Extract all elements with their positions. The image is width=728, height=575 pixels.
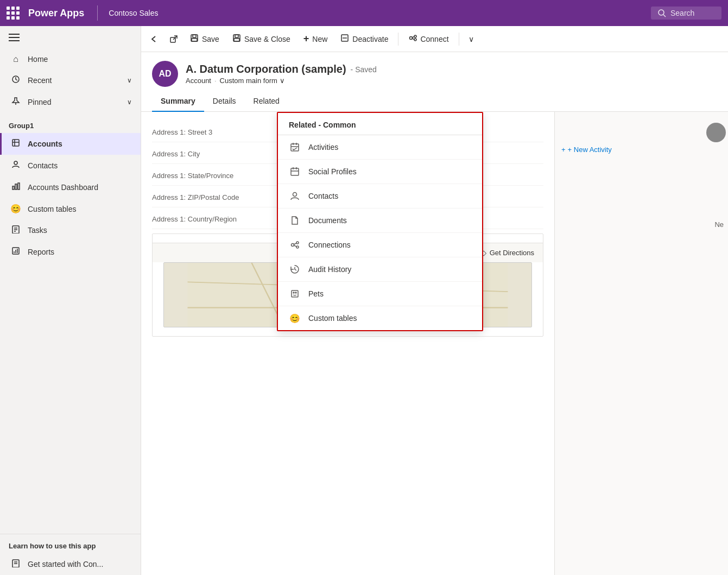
chevron-down-icon: ∨ [127, 98, 132, 106]
record-title-block: A. Datum Corporation (sample) - Saved Ac… [186, 63, 377, 85]
search-button[interactable]: Search [651, 7, 721, 20]
right-panel: + + New Activity Ne [554, 112, 728, 575]
dropdown-item-social-profiles[interactable]: Social Profiles [278, 160, 482, 184]
external-link-button[interactable] [165, 30, 182, 48]
custom-tables-dropdown-icon: 😊 [289, 312, 301, 324]
get-directions-button[interactable]: ◇ Get Directions [481, 249, 534, 257]
svg-rect-10 [18, 183, 20, 189]
contacts-dropdown-icon [289, 190, 301, 202]
new-button[interactable]: + New [298, 30, 333, 48]
record-header: AD A. Datum Corporation (sample) - Saved… [141, 52, 728, 91]
sidebar-item-home[interactable]: ⌂ Home [0, 49, 141, 69]
sidebar-item-contacts[interactable]: Contacts [0, 155, 141, 176]
pets-icon [289, 288, 301, 300]
svg-point-0 [659, 10, 664, 15]
deactivate-button[interactable]: Deactivate [335, 30, 394, 48]
tab-details[interactable]: Details [204, 91, 245, 112]
dropdown-item-label: Documents [308, 216, 347, 225]
dropdown-item-custom-tables[interactable]: 😊 Custom tables [278, 306, 482, 330]
svg-point-7 [14, 161, 17, 165]
form-selector-chevron-icon: ∨ [280, 77, 285, 85]
svg-point-53 [296, 242, 299, 244]
command-bar: Save Save & Close + New [141, 26, 728, 52]
dashboard-icon [10, 182, 21, 193]
field-label-zip: Address 1: ZIP/Postal Code [152, 191, 250, 201]
field-label-city: Address 1: City [152, 148, 250, 158]
sidebar-item-custom-tables[interactable]: 😊 Custom tables [0, 198, 141, 219]
form-selector[interactable]: Custom main form ∨ [220, 77, 285, 85]
sidebar-item-pinned[interactable]: Pinned ∨ [0, 91, 141, 113]
save-close-button[interactable]: Save & Close [227, 30, 296, 48]
tab-related[interactable]: Related [245, 91, 288, 112]
connect-label: Connect [420, 35, 448, 43]
dropdown-item-pets[interactable]: Pets [278, 282, 482, 306]
dropdown-item-connections[interactable]: Connections [278, 233, 482, 257]
app-launcher-button[interactable] [7, 7, 20, 20]
sidebar-item-accounts-dashboard[interactable]: Accounts Dashboard [0, 176, 141, 198]
sidebar-item-label: Contacts [28, 161, 58, 170]
svg-line-35 [413, 36, 415, 37]
svg-line-1 [663, 15, 666, 17]
dropdown-item-contacts[interactable]: Contacts [278, 184, 482, 208]
form-selector-label: Custom main form [220, 77, 277, 85]
dropdown-item-audit-history[interactable]: Audit History [278, 257, 482, 282]
save-button[interactable]: Save [185, 30, 225, 48]
save-label: Save [202, 35, 219, 43]
sidebar-item-reports[interactable]: Reports [0, 241, 141, 263]
save-close-icon [232, 34, 241, 45]
sidebar-item-label: Tasks [28, 226, 47, 235]
svg-point-32 [410, 36, 413, 39]
svg-point-34 [414, 39, 416, 41]
sidebar-group-title: Group1 [0, 113, 141, 133]
record-subtitle: Account · Custom main form ∨ [186, 77, 377, 85]
connect-button[interactable]: Connect [403, 30, 454, 48]
svg-point-58 [293, 292, 294, 293]
svg-point-33 [414, 35, 416, 37]
sidebar-item-accounts[interactable]: Accounts [0, 133, 141, 155]
form-content: Address 1: Street 3 Address 1: City Addr… [141, 112, 728, 575]
sidebar-item-label: Home [28, 55, 48, 64]
svg-rect-24 [191, 35, 198, 41]
main-layout: ⌂ Home Recent ∨ Pinned ∨ Group1 [0, 26, 728, 575]
pin-icon [10, 97, 21, 108]
sidebar-footer-item-get-started[interactable]: Get started with Con... [0, 553, 141, 575]
svg-line-56 [294, 245, 297, 247]
dropdown-item-label: Connections [308, 241, 351, 249]
search-icon [657, 9, 666, 17]
partial-text: Ne [714, 220, 724, 229]
new-label: New [312, 35, 327, 43]
svg-rect-8 [12, 186, 14, 189]
sidebar-item-recent[interactable]: Recent ∨ [0, 69, 141, 91]
save-close-label: Save & Close [244, 35, 290, 43]
dropdown-item-label: Activities [308, 143, 338, 151]
sidebar-footer-title: Learn how to use this app [0, 534, 141, 553]
accounts-icon [10, 138, 21, 149]
sidebar-footer: Learn how to use this app Get started wi… [0, 534, 141, 575]
svg-rect-43 [291, 144, 299, 151]
cmd-separator [398, 33, 398, 46]
tabs-bar: Summary Details Related [141, 91, 728, 112]
audit-history-icon [289, 263, 301, 275]
sidebar: ⌂ Home Recent ∨ Pinned ∨ Group1 [0, 26, 141, 575]
back-button[interactable] [145, 30, 163, 48]
cmd-separator-2 [459, 33, 459, 46]
more-commands-button[interactable]: ∨ [464, 30, 479, 48]
new-activity-label: + New Activity [568, 146, 612, 154]
deactivate-icon [340, 34, 349, 45]
sidebar-item-tasks[interactable]: Tasks [0, 219, 141, 241]
dropdown-item-activities[interactable]: Activities [278, 135, 482, 160]
connect-icon [408, 34, 417, 45]
hamburger-button[interactable] [0, 26, 141, 49]
record-saved-label: - Saved [351, 65, 377, 74]
sidebar-item-label: Accounts Dashboard [28, 183, 98, 192]
tab-summary[interactable]: Summary [152, 91, 204, 112]
contact-icon [10, 160, 21, 171]
svg-rect-27 [233, 35, 240, 41]
svg-point-59 [295, 292, 296, 293]
sidebar-item-label: Recent [28, 76, 52, 85]
svg-point-51 [293, 193, 297, 197]
dropdown-item-documents[interactable]: Documents [278, 208, 482, 233]
dropdown-item-label: Pets [308, 289, 324, 298]
new-activity-button[interactable]: + + New Activity [561, 146, 612, 154]
app-name: Power Apps [28, 8, 84, 19]
